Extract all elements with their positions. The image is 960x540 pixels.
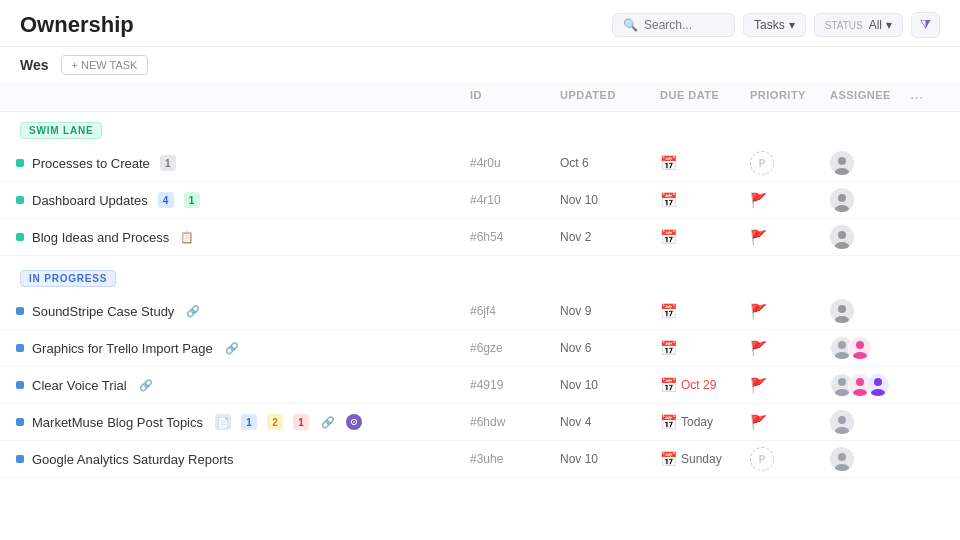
link-icon: 🔗: [225, 342, 239, 355]
task-name-cell: MarketMuse Blog Post Topics 📄 1 2 1 🔗 ⊙: [16, 414, 470, 430]
svg-point-19: [835, 427, 849, 434]
task-updated: Nov 6: [560, 341, 660, 355]
svg-point-1: [835, 168, 849, 175]
table-row[interactable]: SoundStripe Case Study 🔗 #6jf4 Nov 9 📅 🚩: [0, 293, 960, 330]
page-title: Ownership: [20, 12, 134, 38]
svg-point-18: [838, 416, 846, 424]
col-updated: UPDATED: [560, 89, 660, 107]
avatar: [830, 225, 854, 249]
calendar-icon: 📅: [660, 303, 677, 319]
task-id: #6jf4: [470, 304, 560, 318]
status-dot: [16, 307, 24, 315]
chevron-down-icon: ▾: [886, 18, 892, 32]
svg-point-7: [835, 316, 849, 323]
task-id: #4r10: [470, 193, 560, 207]
assignee-cell: [830, 151, 910, 175]
col-assignee: ASSIGNEE: [830, 89, 910, 107]
filter-button[interactable]: ⧩: [911, 12, 940, 38]
task-id: #3uhe: [470, 452, 560, 466]
task-id: #6h54: [470, 230, 560, 244]
assignee-cell: [830, 373, 910, 397]
calendar-icon: 📅: [660, 192, 677, 208]
avatar: [830, 188, 854, 212]
new-task-button[interactable]: + NEW TASK: [61, 55, 149, 75]
svg-point-11: [853, 352, 867, 359]
task-updated: Oct 6: [560, 156, 660, 170]
svg-point-3: [835, 205, 849, 212]
status-dot: [16, 196, 24, 204]
due-date-cell: 📅: [660, 192, 750, 208]
status-dot: [16, 381, 24, 389]
calendar-icon: 📅: [660, 451, 677, 467]
svg-point-2: [838, 194, 846, 202]
status-dot: [16, 233, 24, 241]
col-id: ID: [470, 89, 560, 107]
header: Ownership 🔍 Tasks ▾ STATUS All ▾ ⧩: [0, 0, 960, 47]
more-options-button[interactable]: ···: [910, 89, 940, 107]
table-row[interactable]: Processes to Create 1 #4r0u Oct 6 📅 P: [0, 145, 960, 182]
priority-flag: 🚩: [750, 377, 767, 393]
due-date-sunday: Sunday: [681, 452, 722, 466]
status-dot: [16, 159, 24, 167]
header-controls: 🔍 Tasks ▾ STATUS All ▾ ⧩: [612, 12, 940, 38]
avatar: [830, 447, 854, 471]
svg-point-6: [838, 305, 846, 313]
table-row[interactable]: MarketMuse Blog Post Topics 📄 1 2 1 🔗 ⊙ …: [0, 404, 960, 441]
due-date-cell: 📅 Sunday: [660, 451, 750, 467]
task-id: #6hdw: [470, 415, 560, 429]
task-name-cell: Dashboard Updates 4 1: [16, 192, 470, 208]
task-id: #4919: [470, 378, 560, 392]
task-updated: Nov 10: [560, 193, 660, 207]
table-row[interactable]: Google Analytics Saturday Reports #3uhe …: [0, 441, 960, 478]
table-row[interactable]: Dashboard Updates 4 1 #4r10 Nov 10 📅 🚩: [0, 182, 960, 219]
status-dot: [16, 344, 24, 352]
link-icon: 🔗: [321, 416, 335, 429]
table-row[interactable]: Blog Ideas and Process 📋 #6h54 Nov 2 📅 🚩: [0, 219, 960, 256]
calendar-icon: 📅: [660, 229, 677, 245]
task-emoji: 📋: [180, 231, 194, 244]
priority-cell: 🚩: [750, 229, 830, 245]
svg-point-4: [838, 231, 846, 239]
svg-point-10: [856, 341, 864, 349]
tasks-dropdown[interactable]: Tasks ▾: [743, 13, 806, 37]
search-box[interactable]: 🔍: [612, 13, 735, 37]
task-id: #6gze: [470, 341, 560, 355]
status-filter[interactable]: STATUS All ▾: [814, 13, 903, 37]
task-name: SoundStripe Case Study: [32, 304, 174, 319]
task-name: MarketMuse Blog Post Topics: [32, 415, 203, 430]
priority-cell: 🚩: [750, 192, 830, 208]
priority-flag: 🚩: [750, 340, 767, 356]
task-badge: 4: [158, 192, 174, 208]
due-date-cell: 📅 Oct 29: [660, 377, 750, 393]
table-row[interactable]: Clear Voice Trial 🔗 #4919 Nov 10 📅 Oct 2…: [0, 367, 960, 404]
task-name: Google Analytics Saturday Reports: [32, 452, 234, 467]
task-updated: Nov 4: [560, 415, 660, 429]
svg-point-16: [874, 378, 882, 386]
priority-flag: 🚩: [750, 303, 767, 319]
task-updated: Nov 10: [560, 378, 660, 392]
task-badge-doc: 📄: [215, 414, 231, 430]
priority-placeholder: P: [750, 151, 774, 175]
priority-cell: 🚩: [750, 340, 830, 356]
due-date-cell: 📅 Today: [660, 414, 750, 430]
sub-header: Wes + NEW TASK: [0, 47, 960, 83]
app-container: Ownership 🔍 Tasks ▾ STATUS All ▾ ⧩ Wes +…: [0, 0, 960, 540]
user-label: Wes: [20, 57, 49, 73]
task-name: Processes to Create: [32, 156, 150, 171]
table-row[interactable]: Graphics for Trello Import Page 🔗 #6gze …: [0, 330, 960, 367]
task-name-cell: Google Analytics Saturday Reports: [16, 452, 470, 467]
search-input[interactable]: [644, 18, 724, 32]
in-progress-label: IN PROGRESS: [0, 260, 960, 293]
content-area: SWIM LANE Processes to Create 1 #4r0u Oc…: [0, 112, 960, 540]
calendar-icon: 📅: [660, 155, 677, 171]
assignee-cell: [830, 410, 910, 434]
task-name-cell: Processes to Create 1: [16, 155, 470, 171]
swim-lane-label: SWIM LANE: [0, 112, 960, 145]
svg-point-9: [835, 352, 849, 359]
priority-flag: 🚩: [750, 414, 767, 430]
avatar: [830, 410, 854, 434]
calendar-icon: 📅: [660, 414, 677, 430]
calendar-icon: 📅: [660, 340, 677, 356]
due-date-cell: 📅: [660, 229, 750, 245]
col-priority: PRIORITY: [750, 89, 830, 107]
